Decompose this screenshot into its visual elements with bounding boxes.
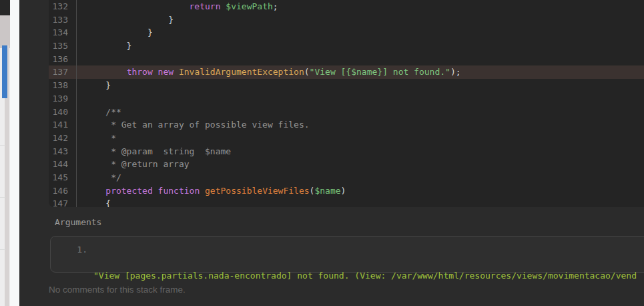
line-number: 135 bbox=[49, 39, 77, 53]
code-line-133: 133 } bbox=[49, 13, 644, 27]
code-token bbox=[200, 186, 205, 196]
code-text: } bbox=[77, 79, 111, 92]
arguments-heading: Arguments bbox=[55, 218, 101, 227]
code-text bbox=[77, 92, 85, 106]
code-token: InvalidArgumentException bbox=[179, 67, 304, 77]
code-token: protected bbox=[105, 186, 152, 196]
code-token bbox=[174, 67, 179, 77]
code-line-143: 143 * @param string $name bbox=[49, 145, 644, 158]
code-text: * Get an array of possible view files. bbox=[77, 118, 310, 132]
content-gutter bbox=[10, 0, 19, 306]
arguments-box: 1. "View [pages.partials.nada-encontrado… bbox=[50, 236, 644, 273]
code-line-140: 140 /** bbox=[49, 106, 644, 119]
stack-frame-panel: 132 return $viewPath;133 }134 }135 }1361… bbox=[19, 0, 644, 306]
code-token: } bbox=[85, 27, 153, 37]
argument-value-line: "View [pages.partials.nada-encontrado] n… bbox=[93, 269, 637, 283]
code-text: * bbox=[77, 132, 116, 145]
code-text: throw new InvalidArgumentException("View… bbox=[77, 65, 461, 79]
code-token: function bbox=[158, 186, 200, 196]
code-text: */ bbox=[77, 171, 121, 184]
line-number: 140 bbox=[49, 106, 77, 119]
code-line-147: 147 { bbox=[49, 197, 644, 207]
code-line-145: 145 */ bbox=[49, 171, 644, 184]
frame-separator bbox=[0, 145, 5, 146]
line-number: 137 bbox=[49, 65, 77, 79]
code-snippet[interactable]: 132 return $viewPath;133 }134 }135 }1361… bbox=[49, 0, 644, 207]
argument-value: "View [pages.partials.nada-encontrado] n… bbox=[93, 243, 637, 306]
sidebar-header bbox=[0, 0, 10, 15]
code-token: * bbox=[85, 133, 116, 143]
code-token: * @return array bbox=[85, 159, 190, 169]
code-token bbox=[85, 67, 127, 77]
code-token: ; bbox=[273, 1, 278, 11]
code-text: { bbox=[77, 197, 111, 207]
stack-frame-item[interactable] bbox=[0, 15, 10, 48]
code-token: $viewPath bbox=[226, 1, 272, 11]
code-text: * @param string $name bbox=[77, 145, 231, 158]
code-token: getPossibleViewFiles bbox=[205, 186, 310, 196]
line-number: 139 bbox=[49, 92, 77, 106]
line-number: 147 bbox=[49, 197, 77, 207]
code-token: } bbox=[85, 80, 111, 90]
code-token: * @param string $name bbox=[85, 146, 231, 156]
frame-separator bbox=[0, 249, 5, 250]
code-token: ( bbox=[304, 67, 310, 77]
code-token: throw bbox=[127, 67, 153, 77]
code-text: } bbox=[77, 39, 131, 53]
code-line-132: 132 return $viewPath; bbox=[49, 0, 644, 13]
code-token: } bbox=[85, 41, 131, 51]
line-number: 134 bbox=[49, 26, 77, 39]
code-token bbox=[153, 67, 158, 77]
line-number: 142 bbox=[49, 132, 77, 145]
line-number: 132 bbox=[49, 0, 77, 13]
code-lines: 132 return $viewPath;133 }134 }135 }1361… bbox=[49, 0, 644, 207]
line-number: 141 bbox=[49, 118, 77, 132]
line-number: 144 bbox=[49, 158, 77, 171]
code-line-142: 142 * bbox=[49, 132, 644, 145]
code-token: /** bbox=[85, 107, 121, 117]
code-text bbox=[77, 53, 85, 66]
line-number: 146 bbox=[49, 184, 77, 198]
code-token bbox=[153, 186, 158, 196]
code-line-137: 137 throw new InvalidArgumentException("… bbox=[49, 65, 644, 79]
code-text: protected function getPossibleViewFiles(… bbox=[77, 184, 346, 198]
line-number: 133 bbox=[49, 13, 77, 27]
code-line-136: 136 bbox=[49, 53, 644, 66]
code-token: return bbox=[190, 1, 221, 11]
error-page: 132 return $viewPath;133 }134 }135 }1361… bbox=[0, 0, 644, 306]
code-token: { bbox=[85, 198, 111, 207]
code-token: new bbox=[158, 67, 174, 77]
line-number: 143 bbox=[49, 145, 77, 158]
code-text: return $viewPath; bbox=[77, 0, 278, 13]
code-token bbox=[85, 186, 105, 196]
code-line-141: 141 * Get an array of possible view file… bbox=[49, 118, 644, 132]
code-text: } bbox=[77, 26, 153, 39]
code-token bbox=[85, 1, 190, 11]
code-token: } bbox=[85, 15, 174, 25]
line-number: 136 bbox=[49, 53, 77, 66]
code-line-146: 146 protected function getPossibleViewFi… bbox=[49, 184, 644, 198]
code-line-135: 135 } bbox=[49, 39, 644, 53]
sidebar-scrollbar-thumb[interactable] bbox=[2, 45, 7, 98]
code-text: /** bbox=[77, 106, 121, 119]
code-line-138: 138 } bbox=[49, 79, 644, 92]
code-line-144: 144 * @return array bbox=[49, 158, 644, 171]
no-comments-text: No comments for this stack frame. bbox=[49, 284, 186, 295]
code-token: * Get an array of possible view files. bbox=[85, 120, 310, 130]
code-line-134: 134 } bbox=[49, 26, 644, 39]
line-number: 145 bbox=[49, 171, 77, 184]
code-token: "View [{$name}] not found." bbox=[310, 67, 450, 77]
code-token: ); bbox=[450, 67, 461, 77]
code-line-139: 139 bbox=[49, 92, 644, 106]
code-token: $name bbox=[314, 186, 340, 196]
argument-index: 1. bbox=[51, 243, 87, 306]
code-token: ) bbox=[341, 186, 346, 196]
code-token: */ bbox=[85, 172, 121, 182]
line-number: 138 bbox=[49, 79, 77, 92]
stack-frames-sidebar bbox=[0, 0, 10, 306]
code-text: * @return array bbox=[77, 158, 190, 171]
frame-separator bbox=[0, 197, 5, 198]
code-text: } bbox=[77, 13, 174, 27]
argument-item: 1. "View [pages.partials.nada-encontrado… bbox=[51, 237, 644, 306]
